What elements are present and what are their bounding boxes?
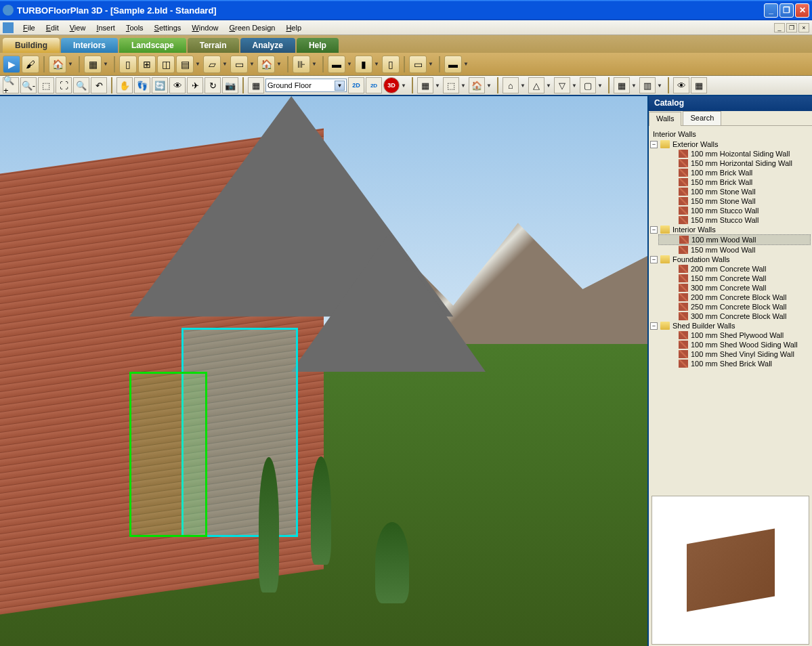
zoom-out-button[interactable]: 🔍- <box>20 77 37 93</box>
wall-item[interactable]: 200 mm Concrete Block Wall <box>658 293 811 302</box>
mdi-minimize-button[interactable]: _ <box>774 23 785 33</box>
zoom-window-button[interactable]: ⬚ <box>38 77 54 93</box>
menu-insert[interactable]: Insert <box>91 22 121 33</box>
mdi-close-button[interactable]: × <box>798 23 809 33</box>
folder-foundation-walls[interactable]: −Foundation Walls <box>650 255 811 264</box>
orbit-button[interactable]: 🔄 <box>152 77 168 93</box>
walk-button[interactable]: 👣 <box>134 77 150 93</box>
maximize-button[interactable]: ❐ <box>779 3 794 18</box>
tab-search[interactable]: Search <box>683 111 721 125</box>
look-button[interactable]: 👁 <box>169 77 186 93</box>
menu-help[interactable]: Help <box>280 22 307 33</box>
zoom-previous-button[interactable]: ↶ <box>91 77 107 93</box>
wall-item[interactable]: 100 mm Brick Wall <box>658 168 811 177</box>
wall-item[interactable]: 150 mm Concrete Wall <box>658 274 811 283</box>
viewport-3d[interactable] <box>0 96 647 646</box>
wall-item[interactable]: 100 mm Stone Wall <box>658 187 811 196</box>
nav-side-button[interactable]: ▽ <box>554 77 570 93</box>
paint-tool-button[interactable]: 🖌 <box>22 56 39 73</box>
house-wizard-button[interactable]: 🏠 <box>49 56 66 73</box>
view-2d3d-button[interactable]: 2D <box>366 77 382 93</box>
zoom-in-button[interactable]: 🔍+ <box>3 77 19 93</box>
menu-settings[interactable]: Settings <box>149 22 187 33</box>
window-title: TURBOFloorPlan 3D - [Sample 2.bld - Stan… <box>17 5 763 16</box>
zoom-fit-button[interactable]: ⛶ <box>56 77 72 93</box>
pillar-tool-button[interactable]: ▯ <box>382 56 400 73</box>
folder-exterior-walls[interactable]: −Exterior Walls <box>650 139 811 149</box>
tab-building[interactable]: Building <box>3 38 60 53</box>
folder-icon <box>660 322 670 330</box>
wall-item[interactable]: 100 mm Shed Plywood Wall <box>658 330 811 340</box>
preview-pane <box>651 496 809 645</box>
minimize-button[interactable]: _ <box>764 3 778 18</box>
floor-icon[interactable]: ▦ <box>248 77 264 93</box>
stairs-tool-button[interactable]: ▤ <box>176 56 194 73</box>
railing-tool-button[interactable]: ⊪ <box>293 56 310 73</box>
wall-item[interactable]: 250 mm Concrete Block Wall <box>658 302 811 311</box>
wall-icon <box>679 312 688 320</box>
chevron-down-icon[interactable]: ▼ <box>335 81 345 91</box>
tab-interiors[interactable]: Interiors <box>61 38 118 53</box>
view-3d-button[interactable]: 3D <box>383 77 400 93</box>
nav-home-button[interactable]: ⌂ <box>503 77 519 93</box>
view-2d-button[interactable]: 2D <box>348 77 364 93</box>
wall-item[interactable]: 100 mm Shed Wood Siding Wall <box>658 340 811 349</box>
trim-tool-button[interactable]: ▬ <box>444 56 462 73</box>
mdi-restore-button[interactable]: ❐ <box>786 23 797 33</box>
floor-selector[interactable]: Ground Floor ▼ <box>265 79 347 92</box>
render-preview-button[interactable]: 👁 <box>673 77 689 93</box>
wall-item[interactable]: 200 mm Concrete Wall <box>658 264 811 274</box>
menu-file[interactable]: File <box>18 22 41 33</box>
fly-button[interactable]: ✈ <box>187 77 203 93</box>
wall-item[interactable]: 100 mm Shed Vinyl Siding Wall <box>658 349 811 359</box>
wall-item[interactable]: 150 mm Stone Wall <box>658 196 811 206</box>
tab-analyze[interactable]: Analyze <box>240 38 295 53</box>
render-wire-button[interactable]: ▦ <box>614 77 630 93</box>
elements-button[interactable]: ⬚ <box>443 77 459 93</box>
menu-view[interactable]: View <box>64 22 91 33</box>
folder-shed-builder-walls[interactable]: −Shed Builder Walls <box>650 321 811 330</box>
beam-tool-button[interactable]: ▭ <box>409 56 427 73</box>
wall-item[interactable]: 150 mm Brick Wall <box>658 177 811 187</box>
reset-button[interactable]: ↻ <box>205 77 221 93</box>
tab-landscape[interactable]: Landscape <box>119 38 186 53</box>
tab-terrain[interactable]: Terrain <box>188 38 239 53</box>
roof-tool-button[interactable]: 🏠 <box>257 56 275 73</box>
render-hidden-button[interactable]: ▥ <box>639 77 656 93</box>
menu-window[interactable]: Window <box>186 22 223 33</box>
floor-tool-button[interactable]: ▱ <box>203 56 221 73</box>
wall-icon <box>679 350 688 358</box>
pan-button[interactable]: ✋ <box>116 77 133 93</box>
wall-item[interactable]: 150 mm Stucco Wall <box>658 215 811 225</box>
wall-item[interactable]: 150 mm Wood Wall <box>658 245 811 255</box>
close-button[interactable]: ✕ <box>795 3 809 18</box>
tab-walls[interactable]: Walls <box>649 112 681 126</box>
nav-roof-button[interactable]: △ <box>528 77 544 93</box>
nav-floor-button[interactable]: ▢ <box>580 77 596 93</box>
wall-item[interactable]: 100 mm Stucco Wall <box>658 206 811 215</box>
menu-green-design[interactable]: Green Design <box>224 22 281 33</box>
house-view-button[interactable]: 🏠 <box>469 77 485 93</box>
wall-item[interactable]: 300 mm Concrete Wall <box>658 283 811 293</box>
layers-button[interactable]: ▦ <box>417 77 433 93</box>
camera-button[interactable]: 📷 <box>222 77 238 93</box>
render-final-button[interactable]: ▦ <box>691 77 707 93</box>
folder-interior-walls[interactable]: −Interior Walls <box>650 225 811 234</box>
column-tool-button[interactable]: ▬ <box>328 56 345 73</box>
window-tool-button[interactable]: ⊞ <box>138 56 156 73</box>
select-tool-button[interactable]: ▶ <box>3 56 20 73</box>
menu-edit[interactable]: Edit <box>41 22 64 33</box>
zoom-realtime-button[interactable]: 🔍 <box>73 77 89 93</box>
tab-help[interactable]: Help <box>297 38 339 53</box>
wall-tool-button[interactable]: ▦ <box>84 56 102 73</box>
wall-item[interactable]: 100 mm Hoizontal Siding Wall <box>658 149 811 158</box>
post-tool-button[interactable]: ▮ <box>355 56 372 73</box>
wall-item[interactable]: 150 mm Horizontal Siding Wall <box>658 158 811 168</box>
door-tool-button[interactable]: ▯ <box>119 56 137 73</box>
opening-tool-button[interactable]: ◫ <box>157 56 175 73</box>
ceiling-tool-button[interactable]: ▭ <box>230 56 248 73</box>
wall-item[interactable]: 300 mm Concrete Block Wall <box>658 311 811 321</box>
menu-tools[interactable]: Tools <box>121 22 149 33</box>
wall-item[interactable]: 100 mm Shed Brick Wall <box>658 359 811 368</box>
wall-item[interactable]: 100 mm Wood Wall <box>658 234 811 245</box>
